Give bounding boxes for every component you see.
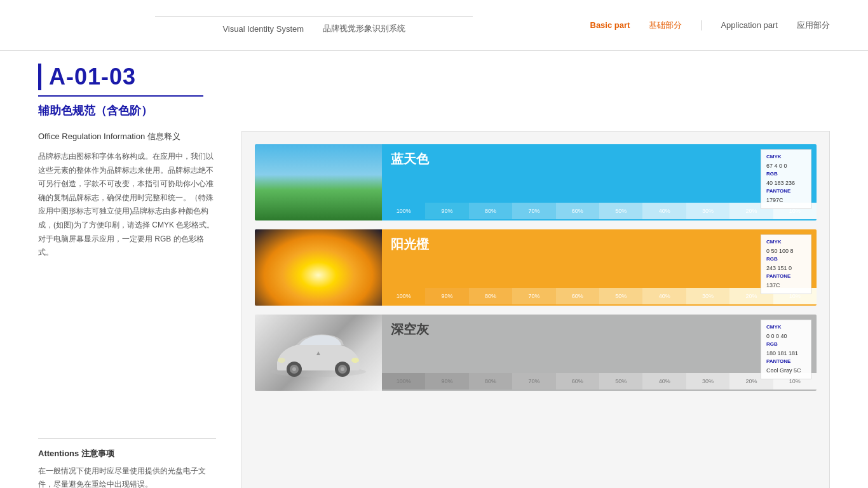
header-right: Basic part 基础部分 Application part 应用部分 — [590, 20, 831, 31]
right-panel: 蓝天色 CMYK 67 4 0 0 RGB 40 183 236 PANTONE… — [241, 131, 830, 488]
orange-swatch-80: 80% — [469, 288, 512, 304]
car-visual — [255, 315, 382, 391]
app-part-en[interactable]: Application part — [721, 20, 778, 30]
nav-en-label: Visual Identity System — [222, 24, 304, 34]
blue-swatch-80: 80% — [469, 203, 512, 219]
car-svg — [268, 327, 369, 378]
orange-image — [255, 229, 382, 306]
orange-swatch-70: 70% — [512, 288, 555, 304]
color-row-gray: 深空灰 CMYK 0 0 0 40 RGB 180 181 181 PANTON… — [255, 315, 817, 391]
blue-swatch-40: 40% — [642, 203, 686, 219]
header-center: Visual Identity System 品牌视觉形象识别系统 — [155, 16, 473, 34]
gray-swatches: 100% 90% 80% 70% 60% 50% 40% 30% 20% 10% — [382, 373, 817, 391]
orange-swatch-50: 50% — [599, 288, 642, 304]
nav-sep — [701, 20, 702, 30]
svg-point-5 — [292, 367, 296, 371]
gray-top-area: 深空灰 CMYK 0 0 0 40 RGB 180 181 181 PANTON… — [382, 315, 817, 373]
svg-point-2 — [278, 358, 285, 363]
app-part-zh[interactable]: 应用部分 — [797, 20, 830, 31]
gray-swatch-50: 50% — [599, 373, 642, 390]
blue-color-name: 蓝天色 — [391, 151, 429, 168]
orange-color-name: 阳光橙 — [391, 236, 429, 253]
gray-swatch-60: 60% — [556, 373, 599, 390]
gray-swatch-100: 100% — [382, 373, 425, 390]
attention-text: 在一般情况下使用时应尽量使用提供的光盘电子文件，尽量避免在重绘中出现错误。 — [38, 464, 216, 488]
svg-point-8 — [341, 367, 344, 371]
gray-swatch-70: 70% — [512, 373, 555, 390]
orange-swatch-40: 40% — [642, 288, 686, 304]
nav-zh-label: 品牌视觉形象识别系统 — [323, 23, 405, 34]
orange-swatch-100: 100% — [382, 288, 425, 304]
main-content: Office Regulation Information 信息释义 品牌标志由… — [0, 118, 868, 488]
gray-swatch-90: 90% — [425, 373, 468, 390]
header-nav: Visual Identity System 品牌视觉形象识别系统 — [222, 23, 405, 34]
blue-swatches: 100% 90% 80% 70% 60% 50% 40% 30% 20% 10% — [382, 203, 817, 220]
blue-sky-visual — [255, 144, 382, 220]
basic-part-zh[interactable]: 基础部分 — [649, 20, 682, 31]
orange-swatches: 100% 90% 80% 70% 60% 50% 40% 30% 20% 10% — [382, 288, 817, 306]
gray-swatch-30: 30% — [686, 373, 729, 390]
blue-swatch-100: 100% — [382, 203, 425, 219]
info-text: 品牌标志由图标和字体名称构成。在应用中，我们以这些元素的整体作为品牌标志来使用。… — [38, 150, 216, 260]
gray-info-box: CMYK 0 0 0 40 RGB 180 181 181 PANTONE Co… — [761, 320, 811, 379]
gray-swatch-40: 40% — [642, 373, 686, 390]
header-divider — [155, 16, 473, 17]
color-row-blue: 蓝天色 CMYK 67 4 0 0 RGB 40 183 236 PANTONE… — [255, 144, 817, 220]
blue-top-area: 蓝天色 CMYK 67 4 0 0 RGB 40 183 236 PANTONE… — [382, 144, 817, 203]
blue-image — [255, 144, 382, 220]
page-divider — [38, 95, 203, 97]
svg-point-1 — [351, 358, 359, 363]
blue-swatch-30: 30% — [686, 203, 729, 219]
blue-info-box: CMYK 67 4 0 0 RGB 40 183 236 PANTONE 179… — [761, 149, 811, 209]
sunset-visual — [255, 229, 382, 306]
header: Visual Identity System 品牌视觉形象识别系统 Basic … — [0, 0, 868, 51]
blue-swatch-50: 50% — [599, 203, 642, 219]
blue-swatch-90: 90% — [425, 203, 468, 219]
page-subtitle: 辅助色规范（含色阶） — [38, 103, 830, 118]
orange-top-area: 阳光橙 CMYK 0 50 100 8 RGB 243 151 0 PANTON… — [382, 229, 817, 288]
blue-swatch-60: 60% — [556, 203, 599, 219]
orange-info-box: CMYK 0 50 100 8 RGB 243 151 0 PANTONE 13… — [761, 234, 811, 294]
info-title: Office Regulation Information 信息释义 — [38, 131, 216, 142]
gray-color-name: 深空灰 — [391, 321, 429, 338]
blue-swatch-70: 70% — [512, 203, 555, 219]
color-row-orange: 阳光橙 CMYK 0 50 100 8 RGB 243 151 0 PANTON… — [255, 229, 817, 306]
gray-swatch-80: 80% — [469, 373, 512, 390]
left-panel: Office Regulation Information 信息释义 品牌标志由… — [38, 131, 216, 488]
info-section: Office Regulation Information 信息释义 品牌标志由… — [38, 131, 216, 260]
orange-swatch-60: 60% — [556, 288, 599, 304]
basic-part-en[interactable]: Basic part — [590, 20, 630, 30]
page-code: A-01-03 — [38, 64, 830, 90]
page-title-area: A-01-03 辅助色规范（含色阶） — [0, 51, 868, 118]
gray-image — [255, 315, 382, 391]
attention-title: Attentions 注意事项 — [38, 448, 216, 459]
attention-section: Attentions 注意事项 在一般情况下使用时应尽量使用提供的光盘电子文件，… — [38, 438, 216, 488]
orange-swatch-90: 90% — [425, 288, 468, 304]
orange-swatch-30: 30% — [686, 288, 729, 304]
